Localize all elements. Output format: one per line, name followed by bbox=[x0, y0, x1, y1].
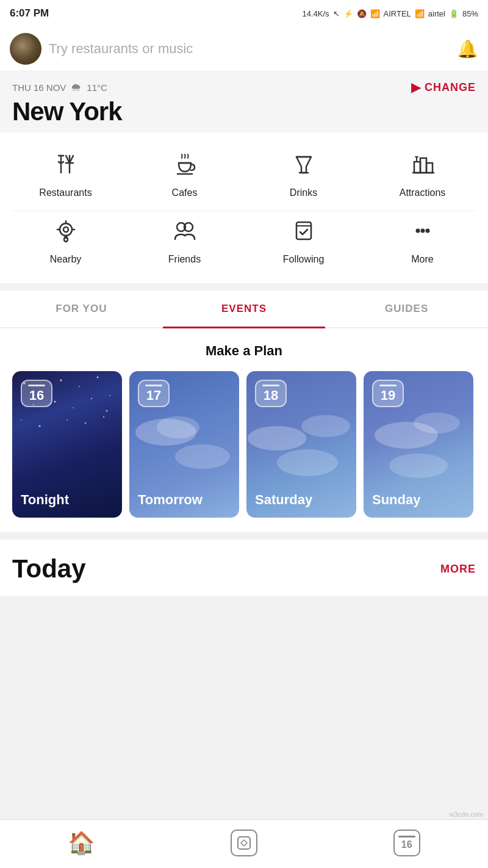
category-drinks[interactable]: Drinks bbox=[244, 151, 363, 198]
calendar-icon: 16 bbox=[393, 830, 420, 856]
watermark: w3cdn.com bbox=[449, 811, 483, 818]
svg-point-26 bbox=[415, 229, 420, 233]
svg-point-36 bbox=[54, 401, 56, 403]
nearby-icon bbox=[52, 217, 79, 248]
friends-label: Friends bbox=[168, 254, 201, 265]
attractions-label: Attractions bbox=[400, 187, 446, 198]
weather-cloud-icon: 🌧 bbox=[71, 81, 82, 94]
svg-point-39 bbox=[106, 410, 108, 412]
date-card-saturday[interactable]: 18 Saturday bbox=[246, 371, 356, 518]
status-right-icons: 14.4K/s ↖ ⚡ 🔕 📶 AIRTEL 📶 airtel 🔋 85% bbox=[302, 9, 478, 18]
bottom-nav: 🏠 16 bbox=[0, 819, 488, 868]
cafes-label: Cafes bbox=[172, 187, 198, 198]
svg-point-42 bbox=[66, 419, 68, 421]
category-row-1: Restaurants Cafes bbox=[0, 145, 488, 211]
svg-point-17 bbox=[63, 227, 68, 232]
card-label-saturday: Saturday bbox=[255, 492, 312, 508]
carrier2: airtel bbox=[428, 9, 445, 18]
card-label-tomorrow: Tomorrow bbox=[138, 492, 203, 508]
search-input-container[interactable]: Try restaurants or music bbox=[49, 41, 450, 57]
more-label: More bbox=[411, 254, 433, 265]
svg-point-41 bbox=[39, 425, 41, 427]
today-more-link[interactable]: MORE bbox=[440, 563, 476, 576]
status-time: 6:07 PM bbox=[10, 7, 49, 20]
category-restaurants[interactable]: Restaurants bbox=[6, 151, 125, 198]
network-speed: 14.4K/s bbox=[302, 9, 329, 18]
restaurants-icon bbox=[52, 151, 79, 181]
date-card-sunday[interactable]: 19 Sunday bbox=[364, 371, 473, 518]
tab-events[interactable]: EVENTS bbox=[163, 291, 326, 327]
svg-point-16 bbox=[60, 223, 72, 236]
svg-point-50 bbox=[277, 449, 338, 476]
today-title: Today bbox=[12, 554, 86, 584]
svg-point-37 bbox=[73, 407, 74, 408]
drinks-icon bbox=[290, 151, 317, 181]
following-icon bbox=[290, 217, 317, 248]
date-card-tomorrow[interactable]: 17 Tomorrow bbox=[129, 371, 239, 518]
nav-explore[interactable] bbox=[163, 830, 326, 856]
date-badge-bar bbox=[28, 385, 45, 386]
change-label: CHANGE bbox=[425, 81, 476, 94]
category-row-2: Nearby Friends Following bbox=[0, 211, 488, 277]
date-badge-tomorrow: 17 bbox=[138, 380, 170, 407]
date-num-tomorrow: 17 bbox=[146, 389, 161, 402]
svg-point-46 bbox=[157, 416, 199, 438]
home-icon: 🏠 bbox=[68, 830, 95, 856]
wifi-icon: 📶 bbox=[370, 9, 380, 18]
category-more[interactable]: More bbox=[363, 217, 482, 265]
bottom-spacer bbox=[0, 596, 488, 645]
cafes-icon bbox=[171, 151, 198, 181]
svg-point-48 bbox=[248, 426, 306, 450]
tab-for-you[interactable]: FOR YOU bbox=[0, 291, 163, 327]
notification-bell-icon[interactable]: 🔔 bbox=[457, 39, 478, 59]
today-section: Today MORE bbox=[0, 540, 488, 596]
battery-level: 85% bbox=[462, 9, 478, 18]
today-header: Today MORE bbox=[12, 554, 476, 584]
category-following[interactable]: Following bbox=[244, 217, 363, 265]
svg-point-44 bbox=[103, 416, 104, 418]
search-bar: Try restaurants or music 🔔 bbox=[0, 27, 488, 71]
nav-home[interactable]: 🏠 bbox=[0, 830, 163, 856]
restaurants-label: Restaurants bbox=[39, 187, 92, 198]
status-bar: 6:07 PM 14.4K/s ↖ ⚡ 🔕 📶 AIRTEL 📶 airtel … bbox=[0, 0, 488, 27]
tab-guides[interactable]: GUIDES bbox=[325, 291, 488, 327]
category-nearby[interactable]: Nearby bbox=[6, 217, 125, 265]
nav-calendar[interactable]: 16 bbox=[325, 830, 488, 856]
date-badge-sunday: 19 bbox=[372, 380, 404, 407]
svg-point-52 bbox=[414, 413, 460, 433]
bluetooth-icon: ⚡ bbox=[343, 9, 353, 18]
svg-point-38 bbox=[91, 398, 92, 399]
card-label-sunday: Sunday bbox=[372, 492, 420, 508]
svg-point-32 bbox=[79, 386, 80, 387]
attractions-icon bbox=[409, 151, 436, 181]
mute-icon: 🔕 bbox=[357, 9, 367, 18]
svg-point-34 bbox=[109, 395, 110, 396]
card-label-tonight: Tonight bbox=[21, 492, 69, 508]
svg-rect-54 bbox=[238, 837, 250, 849]
explore-icon bbox=[231, 830, 257, 856]
category-attractions[interactable]: Attractions bbox=[363, 151, 482, 198]
battery-icon: 🔋 bbox=[449, 9, 459, 18]
calendar-date: 16 bbox=[401, 839, 412, 850]
more-icon bbox=[409, 217, 436, 248]
date-badge-bar-4 bbox=[379, 385, 396, 386]
date-card-tonight[interactable]: 16 Tonight bbox=[12, 371, 122, 518]
avatar[interactable] bbox=[10, 33, 41, 65]
category-cafes[interactable]: Cafes bbox=[125, 151, 244, 198]
svg-point-28 bbox=[425, 229, 429, 233]
carrier1: AIRTEL bbox=[384, 9, 411, 18]
friends-icon bbox=[171, 217, 198, 248]
city-name: New York bbox=[12, 97, 476, 126]
signal-icon: 📶 bbox=[415, 9, 425, 18]
nav-icon: ↖ bbox=[333, 9, 340, 18]
date-badge-bar-2 bbox=[145, 385, 162, 386]
category-friends[interactable]: Friends bbox=[125, 217, 244, 265]
location-date: THU 16 NOV 🌧 11°C bbox=[12, 81, 107, 94]
nearby-label: Nearby bbox=[50, 254, 82, 265]
change-location-button[interactable]: ▶ CHANGE bbox=[411, 80, 476, 95]
svg-rect-24 bbox=[296, 222, 311, 239]
drinks-label: Drinks bbox=[290, 187, 317, 198]
date-cards: 16 Tonight 17 Tomorrow bbox=[12, 371, 476, 520]
date-badge-tonight: 16 bbox=[21, 380, 52, 407]
svg-point-27 bbox=[420, 229, 425, 233]
